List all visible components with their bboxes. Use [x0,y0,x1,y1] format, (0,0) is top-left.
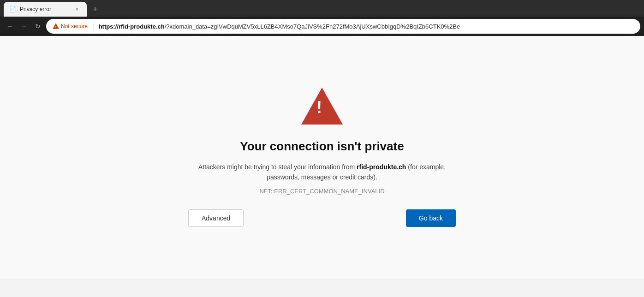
url-display: https://rfid-produkte.ch/?xdomain_data=z… [99,23,460,30]
error-container: Your connection isn't private Attackers … [184,88,460,227]
button-row: Advanced Go back [184,209,460,227]
error-description: Attackers might be trying to steal your … [184,162,460,183]
error-page: Your connection isn't private Attackers … [0,36,644,279]
tab-title: Privacy error [20,6,69,12]
error-heading: Your connection isn't private [240,139,404,154]
warning-triangle-icon [301,88,343,125]
error-site-name: rfid-produkte.ch [357,163,406,171]
url-path: /?xdomain_data=zgIVwDquMZV5xLL6ZB4XMso7Q… [165,23,460,30]
not-secure-badge: ! Not secure [53,23,88,30]
nav-buttons: ← → ↻ [4,20,44,33]
address-bar[interactable]: ! Not secure | https://rfid-produkte.ch/… [46,19,640,34]
description-before: Attackers might be trying to steal your … [198,163,357,171]
forward-button[interactable]: → [18,20,30,33]
advanced-button[interactable]: Advanced [188,209,244,227]
not-secure-label: Not secure [61,23,88,30]
go-back-button[interactable]: Go back [406,209,456,227]
svg-text:!: ! [55,25,56,29]
refresh-button[interactable]: ↻ [31,20,44,33]
active-tab[interactable]: 📄 Privacy error × [4,2,87,17]
address-bar-row: ← → ↻ ! Not secure | https://rfid-produk… [0,17,644,36]
tab-close-button[interactable]: × [73,5,81,13]
warning-icon: ! [53,23,59,30]
tab-bar: 📄 Privacy error × + [0,0,644,17]
back-button[interactable]: ← [4,20,17,33]
pipe-divider: | [92,23,94,30]
tab-page-icon: 📄 [9,6,16,12]
error-code: NET::ERR_CERT_COMMON_NAME_INVALID [259,188,384,195]
url-domain: https://rfid-produkte.ch [99,23,165,30]
new-tab-button[interactable]: + [89,3,101,16]
